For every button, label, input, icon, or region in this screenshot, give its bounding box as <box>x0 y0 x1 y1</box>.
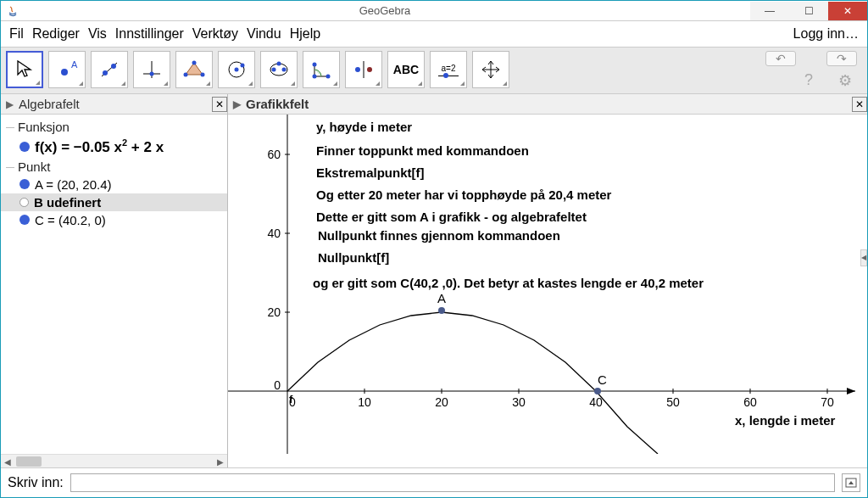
graphics-header[interactable]: ▶ Grafikkfelt <box>228 94 852 114</box>
input-help-button[interactable] <box>842 473 860 492</box>
tool-line[interactable] <box>91 51 128 88</box>
svg-point-9 <box>192 61 197 65</box>
tool-ellipse[interactable] <box>260 51 298 88</box>
svg-point-20 <box>313 63 317 67</box>
tool-move-view[interactable] <box>472 51 509 88</box>
svg-text:60: 60 <box>743 395 757 409</box>
redo-button[interactable]: ↷ <box>826 51 857 66</box>
collapse-icon: — <box>6 122 14 131</box>
scroll-thumb[interactable] <box>16 456 42 467</box>
menu-fil[interactable]: Fil <box>8 25 25 43</box>
visibility-dot-icon[interactable] <box>19 142 30 152</box>
visibility-dot-icon[interactable] <box>19 198 29 207</box>
svg-point-11 <box>184 73 188 77</box>
panel-handle[interactable]: ◀ <box>860 249 867 266</box>
graphics-canvas[interactable]: 0 10 20 30 40 50 60 70 0 20 40 60 <box>228 115 867 454</box>
svg-text:50: 50 <box>666 395 680 409</box>
menu-vindu[interactable]: Vindu <box>245 25 283 43</box>
login-link[interactable]: Logg inn… <box>792 25 860 43</box>
menubar: Fil Rediger Vis Innstillinger Verktøy Vi… <box>1 21 867 47</box>
section-punkt[interactable]: —Punkt <box>1 158 227 176</box>
svg-text:Ekstremalpunkt[f]: Ekstremalpunkt[f] <box>316 165 425 180</box>
svg-point-13 <box>235 68 239 72</box>
algebra-scrollbar[interactable]: ◀ ▶ <box>1 454 227 467</box>
tool-circle[interactable] <box>218 51 255 88</box>
minimize-button[interactable]: — <box>750 2 789 20</box>
svg-point-52 <box>594 388 601 394</box>
content: ▶ Algebrafelt ✕ —Funksjon f(x) = −0.05 x… <box>1 94 867 467</box>
svg-point-21 <box>326 75 331 79</box>
tool-point[interactable]: A <box>48 51 86 88</box>
svg-text:20: 20 <box>267 305 281 319</box>
svg-text:40: 40 <box>589 395 603 409</box>
tool-slider[interactable]: a=2 <box>430 51 467 88</box>
algebra-body: —Funksjon f(x) = −0.05 x2 + 2 x —Punkt A… <box>1 115 227 454</box>
input-bar: Skriv inn: <box>1 467 867 497</box>
toolbar-right: ↶ ↷ ? ⚙ <box>765 51 862 90</box>
menu-verktoy[interactable]: Verktøy <box>191 25 240 43</box>
chevron-right-icon: ▶ <box>233 98 241 110</box>
svg-text:A: A <box>437 291 446 305</box>
svg-text:Nullpunkt finnes gjennom komma: Nullpunkt finnes gjennom kommandoen <box>318 228 560 243</box>
svg-text:20: 20 <box>435 395 448 409</box>
close-button[interactable]: ✕ <box>828 2 867 20</box>
visibility-dot-icon[interactable] <box>19 215 30 225</box>
java-icon <box>6 4 19 18</box>
svg-text:0: 0 <box>274 378 281 392</box>
svg-text:f: f <box>289 393 293 406</box>
tool-angle[interactable] <box>303 51 340 88</box>
tool-text[interactable]: ABC <box>387 51 425 88</box>
svg-point-16 <box>272 68 276 72</box>
scroll-left-icon[interactable]: ◀ <box>1 455 14 468</box>
svg-text:Dette er gitt som A i grafikk : Dette er gitt som A i grafikk - og algeb… <box>316 210 587 224</box>
undo-button[interactable]: ↶ <box>765 51 796 66</box>
chevron-right-icon: ▶ <box>6 98 14 110</box>
menu-rediger[interactable]: Rediger <box>31 25 81 43</box>
svg-text:40: 40 <box>267 227 281 240</box>
algebra-header[interactable]: ▶ Algebrafelt <box>1 94 212 114</box>
svg-point-4 <box>111 64 116 69</box>
graphics-title: Grafikkfelt <box>246 97 309 111</box>
svg-text:70: 70 <box>821 395 834 409</box>
svg-text:Nullpunkt[f]: Nullpunkt[f] <box>318 250 389 265</box>
visibility-dot-icon[interactable] <box>19 179 30 189</box>
svg-text:Finner toppunkt med kommandoen: Finner toppunkt med kommandoen <box>316 143 529 158</box>
menu-hjelp[interactable]: Hjelp <box>288 25 322 43</box>
algebra-fx[interactable]: f(x) = −0.05 x2 + 2 x <box>1 136 227 158</box>
graphics-panel: ▶ Grafikkfelt ✕ 0 10 20 30 <box>228 94 867 467</box>
tool-perpendicular[interactable] <box>133 51 170 88</box>
svg-point-19 <box>313 75 317 79</box>
help-icon[interactable]: ? <box>804 71 813 90</box>
svg-point-7 <box>150 72 154 76</box>
svg-marker-27 <box>847 388 855 394</box>
algebra-close-button[interactable]: ✕ <box>212 97 227 112</box>
tool-move[interactable] <box>6 51 43 88</box>
window-controls: — ☐ ✕ <box>750 2 867 20</box>
svg-text:A: A <box>71 59 78 70</box>
svg-point-17 <box>282 68 287 72</box>
menu-vis[interactable]: Vis <box>86 25 108 43</box>
collapse-icon: — <box>6 162 14 171</box>
graphics-close-button[interactable]: ✕ <box>852 97 867 112</box>
svg-text:og er gitt som C(40,2 ,0). Det: og er gitt som C(40,2 ,0). Det betyr at … <box>313 276 704 290</box>
tool-polygon[interactable] <box>175 51 213 88</box>
algebra-panel: ▶ Algebrafelt ✕ —Funksjon f(x) = −0.05 x… <box>1 94 228 467</box>
section-funksjon[interactable]: —Funksjon <box>1 118 227 136</box>
algebra-point-a[interactable]: A = (20, 20.4) <box>1 176 227 193</box>
tool-reflect[interactable] <box>345 51 382 88</box>
toolbar: A ABC a=2 ↶ ↷ ? ⚙ <box>1 47 867 94</box>
svg-text:60: 60 <box>267 148 281 161</box>
svg-point-14 <box>241 64 245 68</box>
svg-text:30: 30 <box>512 395 526 409</box>
svg-text:10: 10 <box>358 395 371 409</box>
scroll-right-icon[interactable]: ▶ <box>214 455 227 468</box>
algebra-point-b[interactable]: B udefinert <box>1 193 227 211</box>
svg-point-10 <box>201 73 205 77</box>
maximize-button[interactable]: ☐ <box>789 2 828 20</box>
gear-icon[interactable]: ⚙ <box>838 71 852 90</box>
menu-innstillinger[interactable]: Innstillinger <box>114 25 186 43</box>
command-input[interactable] <box>70 473 835 492</box>
svg-point-18 <box>277 62 281 66</box>
algebra-point-c[interactable]: C = (40.2, 0) <box>1 211 227 229</box>
svg-point-50 <box>438 307 445 314</box>
